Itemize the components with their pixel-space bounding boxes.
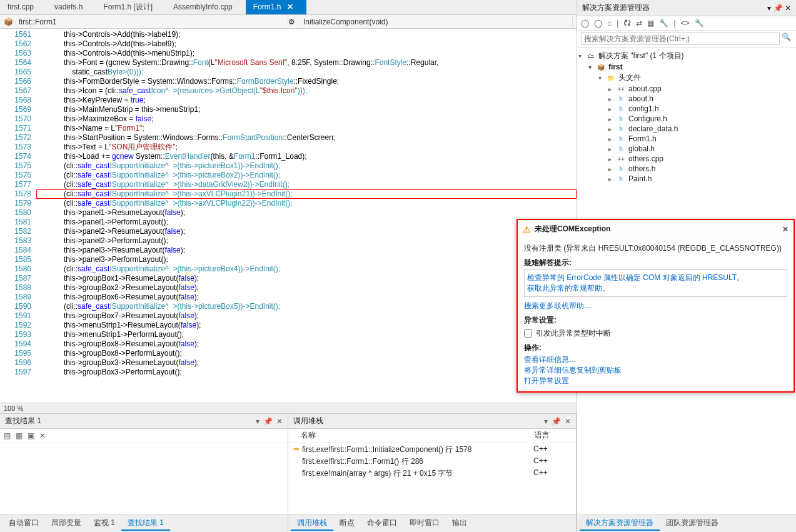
bottom-tab[interactable]: 查找结果 1 [121,516,170,531]
find-toolbar: ▤ ▦ ▣ ✕ [0,429,288,443]
break-on-throw-checkbox[interactable] [524,329,532,338]
zoom-level[interactable]: 100 % [0,403,577,413]
forward-icon[interactable]: ◯ [594,19,602,28]
tree-node[interactable]: ▾📦first [578,62,795,72]
bottom-tab[interactable]: 命令窗口 [361,516,403,531]
open-settings-link[interactable]: 打开异常设置 [524,376,569,385]
settings-heading: 异常设置: [524,315,787,326]
col-lang: 语言 [535,430,572,441]
code-icon[interactable]: <> [681,19,690,28]
tool-icon[interactable]: ▤ [4,431,11,440]
bottom-tab[interactable]: 调用堆栈 [291,516,333,531]
bottom-tab[interactable]: 团队资源管理器 [660,516,725,531]
document-tab[interactable]: Form1.h [设计] [96,0,166,14]
panel-title: 解决方案资源管理器 [582,3,767,13]
tree-node[interactable]: ▸hglobal.h [578,144,795,154]
navigation-bar: 📦 first::Form1 ⚙ InitializeComponent(voi… [0,15,577,29]
sync-icon[interactable]: ⇄ [636,19,642,28]
document-tabs: first.cppvadefs.hForm1.h [设计]AssemblyInf… [0,0,577,15]
pin-icon[interactable]: 📌 [552,417,561,426]
scope-icon: 📦 [4,18,13,26]
tool-icon[interactable]: ▦ [16,431,23,440]
close-icon[interactable]: ✕ [782,225,788,234]
copy-details-link[interactable]: 将异常详细信息复制到剪贴板 [524,366,622,374]
search-icon[interactable]: 🔍 [780,33,792,45]
dropdown-icon[interactable]: ▾ [544,417,548,426]
tool-icon[interactable]: ✕ [39,431,46,440]
tree-node[interactable]: ▸hPaint.h [578,174,795,184]
scope-dropdown[interactable]: first::Form1 [15,16,288,28]
view-details-link[interactable]: 查看详细信息... [524,355,575,364]
tool-icon[interactable]: ▣ [28,431,34,440]
exception-message: 没有注册类 (异常来自 HRESULT:0x80040154 (REGDB_E_… [524,243,787,254]
member-dropdown[interactable]: InitializeComponent(void) [300,16,573,28]
tree-node[interactable]: ▾🗂解决方案 "first" (1 个项目) [578,50,795,62]
find-results-panel: 查找结果 1 ▾📌✕ ▤ ▦ ▣ ✕ 自动窗口局部变量监视 1查找结果 1 [0,414,288,532]
code-editor[interactable]: 1561156215631564156515661567156815691570… [0,29,577,403]
properties-icon[interactable]: 🔧 [659,19,668,28]
home-icon[interactable]: ⌂ [607,19,612,28]
refresh-icon[interactable]: 🗘 [623,19,631,28]
pin-icon[interactable]: 📌 [263,417,273,426]
stack-frame[interactable]: ➡first.exe!first::Form1::InitializeCompo… [290,444,575,456]
exception-title: 未处理COMException [535,224,782,234]
dropdown-icon[interactable]: ▾ [256,417,259,426]
hints-heading: 疑难解答提示: [524,258,787,268]
close-icon[interactable]: ✕ [785,4,791,13]
document-tab[interactable]: vadefs.h [47,0,96,14]
close-icon[interactable]: ✕ [276,417,283,426]
dropdown-icon[interactable]: ▾ [767,4,771,13]
ops-heading: 操作: [524,343,787,353]
tree-node[interactable]: ▸hForm1.h [578,134,795,144]
tree-node[interactable]: ▸hconfig1.h [578,104,795,114]
stack-frame[interactable]: first.exe!first::Form1::Form1() 行 286C++ [290,456,575,468]
bottom-tab[interactable]: 自动窗口 [3,516,45,531]
tree-node[interactable]: ▸++about.cpp [578,84,795,94]
bottom-tab[interactable]: 输出 [446,516,473,531]
close-icon[interactable]: ✕ [287,3,293,11]
hint-link[interactable]: 获取此异常的常规帮助。 [527,284,610,293]
bottom-tab[interactable]: 断点 [333,516,361,531]
close-icon[interactable]: ✕ [565,417,571,426]
panel-title: 查找结果 1 [5,416,252,426]
document-tab[interactable]: first.cpp [0,0,47,14]
bottom-tab[interactable]: 监视 1 [88,516,121,531]
member-icon: ⚙ [288,18,297,26]
tree-node[interactable]: ▸++others.cpp [578,154,795,164]
document-tab[interactable]: AssemblyInfo.cpp [166,0,246,14]
bottom-tab[interactable]: 局部变量 [45,516,88,531]
tree-node[interactable]: ▸hothers.h [578,164,795,174]
wrench-icon[interactable]: 🔧 [695,19,704,28]
document-tab[interactable]: Form1.h✕ [246,0,307,14]
panel-title: 调用堆栈 [293,416,540,426]
tree-node[interactable]: ▸habout.h [578,94,795,104]
show-all-icon[interactable]: ▦ [647,19,654,28]
back-icon[interactable]: ◯ [581,19,589,28]
pin-icon[interactable]: 📌 [773,4,783,13]
hint-link[interactable]: 检查异常的 ErrorCode 属性以确定 COM 对象返回的 HRESULT。 [527,273,744,282]
exception-popup: ⚠ 未处理COMException ✕ 没有注册类 (异常来自 HRESULT:… [516,219,795,393]
search-input[interactable] [581,33,780,45]
more-help-link[interactable]: 搜索更多联机帮助... [524,301,590,310]
solution-toolbar: ◯ ◯ ⌂ | 🗘 ⇄ ▦ 🔧 | <> 🔧 [577,16,796,31]
tree-node[interactable]: ▸hConfigure.h [578,114,795,124]
bottom-tab[interactable]: 即时窗口 [403,516,446,531]
tree-node[interactable]: ▸hdeclare_data.h [578,124,795,134]
stack-frame[interactable]: first.exe!main(array ^ args) 行 21 + 0x15… [290,468,575,479]
call-stack-panel: 调用堆栈 ▾📌✕ 名称语言 ➡first.exe!first::Form1::I… [288,414,577,532]
bottom-tab[interactable]: 解决方案资源管理器 [580,516,660,531]
col-name: 名称 [301,430,535,441]
warning-icon: ⚠ [523,224,531,234]
tree-node[interactable]: ▾📁头文件 [578,72,795,84]
